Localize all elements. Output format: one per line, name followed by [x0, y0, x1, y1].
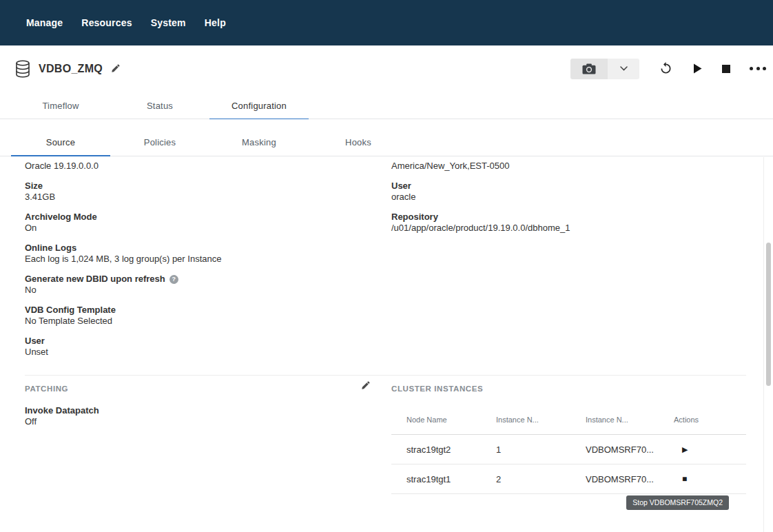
refresh-icon [659, 61, 673, 76]
snapshot-button[interactable] [570, 59, 608, 79]
detail-value: 3.41GB [25, 192, 369, 203]
detail-timezone: America/New_York,EST-0500 [391, 161, 746, 172]
header-actions [570, 59, 766, 79]
help-icon[interactable]: ? [169, 275, 178, 284]
start-vdb-button[interactable] [692, 63, 703, 74]
column-instance-number: Instance N... [496, 416, 586, 424]
camera-icon [582, 63, 596, 74]
page-title: VDBO_ZMQ [39, 63, 103, 75]
detail-value: On [25, 223, 369, 234]
more-actions-button[interactable] [750, 67, 766, 70]
detail-repository: Repository /u01/app/oracle/product/19.19… [391, 212, 746, 234]
detail-value: oracle [391, 192, 746, 203]
tab-policies[interactable]: Policies [110, 128, 209, 156]
patching-section-title: PATCHING [25, 385, 369, 393]
secondary-tab-bar: Source Policies Masking Hooks [0, 119, 773, 156]
refresh-button[interactable] [659, 61, 673, 76]
detail-vdb-config-template: VDB Config Template No Template Selected [25, 305, 369, 327]
nav-item-system[interactable]: System [151, 17, 186, 28]
edit-source-button[interactable] [361, 381, 370, 390]
detail-label: Invoke Datapatch [25, 405, 369, 416]
start-instance-icon[interactable]: ▶ [674, 446, 746, 453]
scrollbar-thumb[interactable] [766, 243, 771, 386]
detail-env-user: User oracle [391, 181, 746, 203]
detail-invoke-datapatch: Invoke Datapatch Off [25, 405, 369, 427]
detail-label: Repository [391, 212, 746, 223]
detail-value: Unset [25, 347, 369, 358]
detail-value: No [25, 285, 369, 296]
column-instance-name: Instance N... [586, 416, 674, 424]
tab-masking[interactable]: Masking [209, 128, 309, 156]
configuration-content: Oracle 19.19.0.0.0 Size 3.41GB Archivelo… [0, 157, 763, 532]
table-row: strac19tgt1 2 VDBOMSRF70... ■ [391, 464, 746, 494]
detail-label: Online Logs [25, 243, 369, 254]
tab-hooks[interactable]: Hooks [309, 128, 408, 156]
detail-label: Size [25, 181, 369, 192]
top-navigation: Manage Resources System Help [0, 0, 773, 45]
nav-item-help[interactable]: Help [205, 17, 226, 28]
play-icon [692, 63, 703, 74]
cluster-instances-section: CLUSTER INSTANCES Node Name Instance N..… [391, 385, 746, 494]
detail-value: America/New_York,EST-0500 [391, 161, 746, 172]
detail-label: Archivelog Mode [25, 212, 369, 223]
detail-label: Generate new DBID upon refresh ? [25, 274, 369, 285]
ellipsis-icon [750, 67, 766, 70]
table-header-row: Node Name Instance N... Instance N... Ac… [391, 405, 746, 435]
edit-icon [361, 381, 370, 390]
details-column-right: America/New_York,EST-0500 User oracle Re… [391, 161, 746, 243]
table-row: strac19tgt2 1 VDBOMSRF70... ▶ [391, 435, 746, 464]
cell-instance-name: VDBOMSRF70... [586, 444, 674, 455]
database-icon [15, 60, 30, 78]
detail-label: User [25, 336, 369, 347]
edit-icon [111, 64, 120, 73]
snapshot-button-group [570, 59, 639, 79]
stop-vdb-button[interactable] [722, 65, 730, 73]
app-window: Manage Resources System Help VDBO_ZMQ [0, 0, 773, 532]
detail-size: Size 3.41GB [25, 181, 369, 203]
page-header: VDBO_ZMQ [0, 45, 773, 92]
cell-node-name: strac19tgt1 [406, 474, 496, 484]
details-column-left: Oracle 19.19.0.0.0 Size 3.41GB Archivelo… [25, 161, 369, 367]
tab-configuration[interactable]: Configuration [209, 92, 309, 119]
tab-timeflow[interactable]: Timeflow [11, 92, 110, 119]
cell-instance-number: 1 [496, 444, 586, 455]
nav-item-manage[interactable]: Manage [26, 17, 63, 28]
cell-instance-name: VDBOMSRF70... [586, 474, 674, 484]
detail-version: Oracle 19.19.0.0.0 [25, 161, 369, 172]
detail-value: No Template Selected [25, 316, 369, 327]
detail-generate-dbid: Generate new DBID upon refresh ? No [25, 274, 369, 296]
detail-user: User Unset [25, 336, 369, 358]
nav-item-resources[interactable]: Resources [81, 17, 132, 28]
detail-label: VDB Config Template [25, 305, 369, 316]
detail-value: Oracle 19.19.0.0.0 [25, 161, 369, 172]
rename-button[interactable] [111, 64, 120, 73]
primary-tab-bar: Timeflow Status Configuration [0, 92, 773, 119]
detail-label-text: Generate new DBID upon refresh [25, 274, 165, 285]
stop-icon [722, 65, 730, 73]
detail-label: User [391, 181, 746, 192]
cluster-instances-table: Node Name Instance N... Instance N... Ac… [391, 405, 746, 494]
scrollbar-track[interactable] [763, 157, 773, 532]
stop-instance-icon[interactable]: ■ [674, 475, 746, 483]
snapshot-menu-button[interactable] [608, 59, 639, 79]
tab-source[interactable]: Source [11, 128, 110, 156]
cell-instance-number: 2 [496, 474, 586, 484]
detail-archivelog-mode: Archivelog Mode On [25, 212, 369, 234]
chevron-down-icon [620, 66, 628, 71]
tooltip: Stop VDBOMSRF705ZMQ2 [626, 495, 729, 510]
detail-value: /u01/app/oracle/product/19.19.0.0/dbhome… [391, 223, 746, 234]
cluster-section-title: CLUSTER INSTANCES [391, 385, 746, 393]
column-actions: Actions [674, 416, 746, 424]
tab-status[interactable]: Status [110, 92, 209, 119]
patching-section: PATCHING Invoke Datapatch Off [25, 385, 369, 436]
detail-value: Off [25, 416, 369, 427]
column-node-name: Node Name [406, 416, 496, 424]
detail-online-logs: Online Logs Each log is 1,024 MB, 3 log … [25, 243, 369, 265]
detail-value: Each log is 1,024 MB, 3 log group(s) per… [25, 254, 369, 265]
cell-node-name: strac19tgt2 [406, 444, 496, 455]
